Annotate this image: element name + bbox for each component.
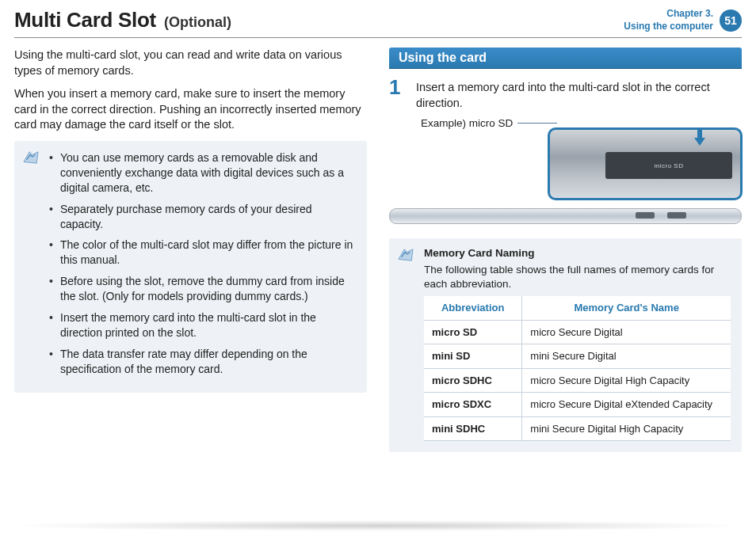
step-1: 1 Insert a memory card into the multi-ca…	[389, 77, 742, 111]
naming-note: Memory Card Naming The following table s…	[389, 238, 742, 452]
insert-arrow-icon	[694, 128, 705, 147]
cell-abbr: mini SD	[424, 344, 522, 369]
note-item: Separately purchase memory cards of your…	[49, 202, 354, 232]
device-side-view	[389, 208, 742, 224]
left-column: Using the multi-card slot, you can read …	[14, 48, 367, 452]
table-head-row: Abbreviation Memory Card's Name	[424, 296, 731, 320]
note-icon	[397, 248, 414, 262]
svg-marker-1	[694, 138, 705, 146]
naming-title: Memory Card Naming	[424, 246, 731, 260]
table-head-name: Memory Card's Name	[522, 296, 731, 320]
sd-slot-label: micro SD	[655, 162, 684, 169]
leader-line	[517, 123, 557, 124]
note-list: You can use memory cards as a removable …	[49, 150, 354, 377]
step-number: 1	[389, 77, 407, 97]
cell-name: mini Secure Digital High Capacity	[522, 416, 731, 441]
intro-paragraph-2: When you insert a memory card, make sure…	[14, 86, 367, 133]
chapter-block: Chapter 3. Using the computer 51	[624, 8, 742, 32]
table-row: micro SDHC micro Secure Digital High Cap…	[424, 368, 731, 393]
note-item: The color of the multi-card slot may dif…	[49, 238, 354, 268]
manual-page: Multi Card Slot (Optional) Chapter 3. Us…	[0, 0, 756, 536]
page-number-badge: 51	[720, 10, 742, 32]
svg-rect-0	[697, 128, 702, 138]
table-head-abbr: Abbreviation	[424, 296, 522, 320]
note-item: Before using the slot, remove the dummy …	[49, 274, 354, 304]
naming-table: Abbreviation Memory Card's Name micro SD…	[424, 296, 731, 441]
title-block: Multi Card Slot (Optional)	[14, 8, 231, 32]
note-item: The data transfer rate may differ depend…	[49, 347, 354, 377]
side-notch	[636, 212, 655, 219]
device-top-view: micro SD	[548, 127, 743, 200]
cell-name: mini Secure Digital	[522, 344, 731, 369]
section-header: Using the card	[389, 48, 742, 69]
note-icon	[22, 150, 40, 165]
cell-name: micro Secure Digital	[522, 320, 731, 344]
naming-intro: The following table shows the full names…	[424, 263, 731, 291]
cell-abbr: micro SDXC	[424, 393, 522, 417]
table-row: micro SD micro Secure Digital	[424, 320, 731, 344]
cell-name: micro Secure Digital High Capacity	[522, 368, 731, 393]
cell-abbr: micro SD	[424, 320, 522, 344]
step-text: Insert a memory card into the multi-card…	[416, 77, 742, 111]
diagram-label: Example) micro SD	[421, 117, 513, 129]
chapter-line1: Chapter 3.	[624, 8, 713, 21]
table-row: mini SDHC mini Secure Digital High Capac…	[424, 416, 731, 441]
page-header: Multi Card Slot (Optional) Chapter 3. Us…	[14, 8, 742, 38]
right-column: Using the card 1 Insert a memory card in…	[389, 48, 742, 452]
cell-abbr: micro SDHC	[424, 368, 522, 393]
intro-paragraph-1: Using the multi-card slot, you can read …	[14, 48, 367, 78]
note-item: Insert the memory card into the multi-ca…	[49, 310, 354, 340]
note-item: You can use memory cards as a removable …	[49, 150, 354, 196]
cell-name: micro Secure Digital eXtended Capacity	[522, 393, 731, 417]
page-title: Multi Card Slot	[14, 8, 156, 32]
chapter-line2: Using the computer	[624, 21, 713, 33]
page-subtitle: (Optional)	[164, 14, 231, 31]
side-notch	[667, 212, 686, 219]
sd-slot: micro SD	[605, 152, 732, 179]
cell-abbr: mini SDHC	[424, 416, 522, 441]
table-row: mini SD mini Secure Digital	[424, 344, 731, 369]
page-bottom-shadow	[8, 520, 748, 531]
table-row: micro SDXC micro Secure Digital eXtended…	[424, 393, 731, 417]
chapter-text: Chapter 3. Using the computer	[624, 8, 713, 32]
content-columns: Using the multi-card slot, you can read …	[14, 48, 742, 452]
diagram: Example) micro SD micro SD	[389, 117, 742, 224]
note-box: You can use memory cards as a removable …	[14, 141, 367, 393]
